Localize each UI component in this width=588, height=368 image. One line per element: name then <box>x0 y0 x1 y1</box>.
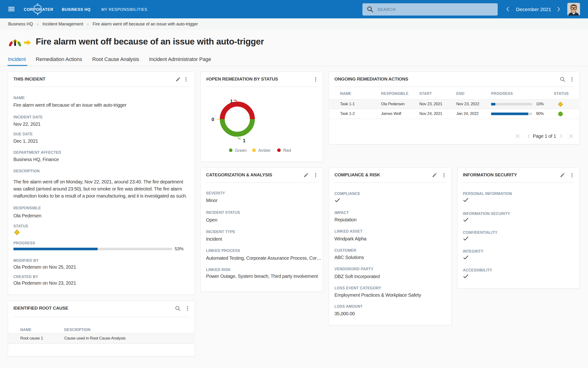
svg-text:1: 1 <box>243 138 246 143</box>
svg-text:Red: Red <box>283 148 291 153</box>
svg-text:Amber: Amber <box>258 148 271 153</box>
svg-text:0: 0 <box>211 117 214 122</box>
svg-text:Green: Green <box>235 148 247 153</box>
svg-text:1: 1 <box>230 98 233 104</box>
